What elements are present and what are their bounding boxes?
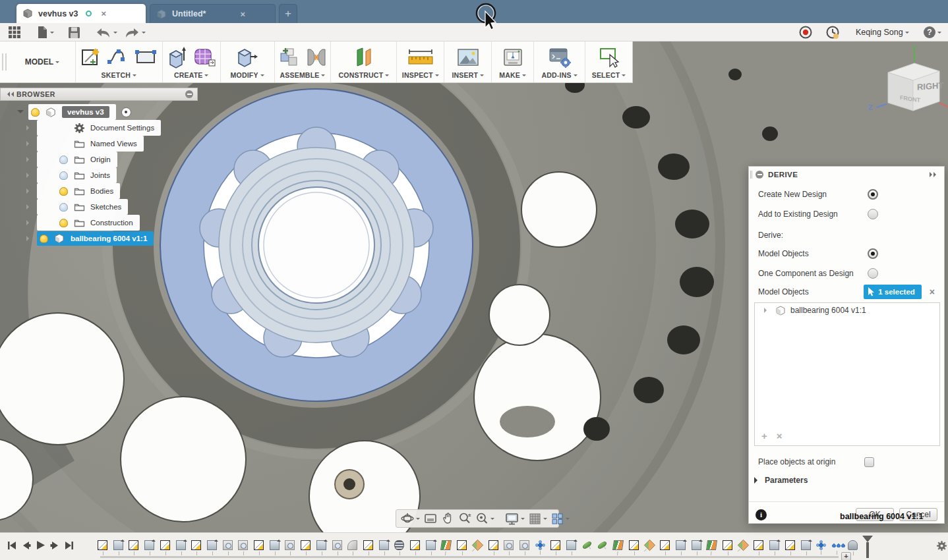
- browser-item-label[interactable]: Named Views: [90, 140, 137, 148]
- file-menu-button[interactable]: [37, 25, 54, 40]
- play-button[interactable]: [36, 540, 45, 551]
- extrude-icon[interactable]: [167, 46, 188, 69]
- revolve-feature-icon[interactable]: [238, 540, 248, 550]
- sketch-feature-icon[interactable]: [457, 540, 467, 550]
- spline-icon[interactable]: [107, 47, 129, 67]
- axis-feature-icon[interactable]: [581, 540, 593, 550]
- minimize-dialog-icon[interactable]: [755, 171, 763, 179]
- ribbon-grip[interactable]: [0, 42, 9, 82]
- user-menu[interactable]: Keqing Song: [856, 25, 909, 40]
- extrude-feature-icon[interactable]: [176, 540, 186, 550]
- group-label[interactable]: SELECT: [592, 71, 620, 79]
- timeline-track[interactable]: [100, 556, 839, 558]
- revolve-feature-icon[interactable]: [332, 540, 342, 550]
- expand-arrow-icon[interactable]: [26, 188, 32, 194]
- press-pull-icon[interactable]: [236, 46, 258, 69]
- visibility-bulb-icon[interactable]: [59, 203, 68, 211]
- expand-arrow-icon[interactable]: [26, 220, 32, 225]
- midplane-feature-icon[interactable]: [643, 540, 655, 551]
- plane-feature-icon[interactable]: [440, 540, 452, 550]
- create-new-design-radio[interactable]: [868, 189, 878, 200]
- group-label[interactable]: CONSTRUCT: [339, 71, 384, 79]
- dialog-grip[interactable]: [750, 171, 752, 179]
- browser-item-label[interactable]: Origin: [90, 155, 111, 163]
- one-component-radio[interactable]: [868, 268, 878, 279]
- visibility-bulb-icon[interactable]: [59, 187, 68, 196]
- group-label[interactable]: SKETCH: [102, 71, 131, 79]
- timeline-zoom-plus-button[interactable]: +: [841, 552, 851, 560]
- sketch-feature-icon[interactable]: [550, 540, 560, 550]
- browser-item[interactable]: Joints: [0, 167, 198, 183]
- extrude-feature-icon[interactable]: [676, 540, 686, 550]
- sketch-feature-icon[interactable]: [660, 540, 670, 550]
- axis-feature-icon[interactable]: [597, 540, 608, 550]
- expand-arrow-icon[interactable]: [26, 125, 32, 130]
- help-menu[interactable]: ?: [924, 25, 941, 40]
- expand-arrow-icon[interactable]: [17, 110, 24, 117]
- group-label[interactable]: ASSEMBLE: [280, 71, 320, 79]
- select-icon[interactable]: [598, 47, 620, 68]
- extrude-feature-icon[interactable]: [692, 540, 701, 550]
- sketch-feature-icon[interactable]: [129, 540, 138, 550]
- new-tab-button[interactable]: +: [279, 4, 297, 23]
- model-objects-radio[interactable]: [868, 248, 878, 259]
- visibility-bulb-icon[interactable]: [59, 171, 68, 180]
- extrude-feature-icon[interactable]: [316, 540, 326, 550]
- rectangle-sketch-icon[interactable]: [134, 48, 157, 67]
- construction-plane-icon[interactable]: [353, 46, 374, 69]
- browser-header[interactable]: BROWSER: [0, 88, 198, 101]
- hinge-feature-icon[interactable]: [848, 540, 858, 550]
- extrude-feature-icon[interactable]: [769, 540, 779, 550]
- fillet-feature-icon[interactable]: [347, 540, 357, 550]
- browser-item-label[interactable]: Bodies: [90, 187, 113, 195]
- job-status-button[interactable]: [826, 25, 840, 40]
- revolve-feature-icon[interactable]: [519, 540, 529, 550]
- plane-feature-icon[interactable]: [706, 540, 717, 550]
- create-sketch-icon[interactable]: [80, 47, 102, 68]
- pattern-feature-icon[interactable]: [832, 540, 845, 550]
- extrude-feature-icon[interactable]: [207, 540, 217, 550]
- derived-objects-list[interactable]: ballbearing 6004 v1:1 +×: [754, 302, 940, 446]
- expand-arrow-icon[interactable]: [764, 308, 769, 313]
- selection-count-button[interactable]: 1 selected: [864, 285, 922, 299]
- info-icon[interactable]: i: [755, 509, 767, 520]
- close-tab-icon[interactable]: ×: [240, 9, 245, 19]
- step-back-button[interactable]: [22, 540, 31, 551]
- browser-item-label[interactable]: Document Settings: [90, 124, 154, 132]
- timeline-settings-gear-icon[interactable]: [936, 540, 947, 551]
- orbit-icon[interactable]: [400, 512, 421, 525]
- insert-image-icon[interactable]: [456, 47, 480, 67]
- browser-item-label[interactable]: Construction: [90, 219, 133, 227]
- sketch-feature-icon[interactable]: [160, 540, 170, 550]
- group-label[interactable]: INSPECT: [402, 71, 433, 79]
- group-label[interactable]: MODIFY: [231, 71, 258, 79]
- sketch-feature-icon[interactable]: [754, 540, 763, 550]
- workspace-switcher[interactable]: MODEL: [9, 42, 75, 82]
- close-tab-icon[interactable]: ×: [101, 9, 106, 18]
- sketch-feature-icon[interactable]: [785, 540, 795, 550]
- save-button[interactable]: [68, 25, 80, 40]
- joint-icon[interactable]: [307, 47, 326, 68]
- expand-arrow-icon[interactable]: [26, 141, 32, 146]
- add-existing-radio[interactable]: [868, 209, 878, 219]
- browser-item[interactable]: vevhus v3: [0, 104, 198, 120]
- browser-item[interactable]: ballbearing 6004 v1:1: [0, 231, 198, 246]
- browser-item-label[interactable]: Joints: [90, 171, 110, 179]
- go-to-end-button[interactable]: [64, 540, 74, 551]
- timeline-playhead[interactable]: [862, 536, 873, 558]
- browser-item-label[interactable]: Sketches: [90, 203, 121, 211]
- print-3d-icon[interactable]: [502, 47, 524, 68]
- extrude-feature-icon[interactable]: [379, 540, 389, 550]
- expand-arrow-icon[interactable]: [26, 204, 32, 210]
- measure-icon[interactable]: [407, 49, 434, 66]
- sketch-feature-icon[interactable]: [723, 540, 732, 550]
- browser-item[interactable]: Construction: [0, 215, 198, 231]
- revolve-feature-icon[interactable]: [285, 540, 295, 550]
- redo-button[interactable]: [124, 25, 146, 40]
- expand-dialog-icon[interactable]: [931, 172, 939, 177]
- sketch-feature-icon[interactable]: [410, 540, 420, 550]
- sketch-feature-icon[interactable]: [98, 540, 107, 550]
- extrude-feature-icon[interactable]: [113, 540, 123, 550]
- visibility-bulb-icon[interactable]: [40, 235, 48, 243]
- joint-feature-icon[interactable]: [816, 540, 826, 550]
